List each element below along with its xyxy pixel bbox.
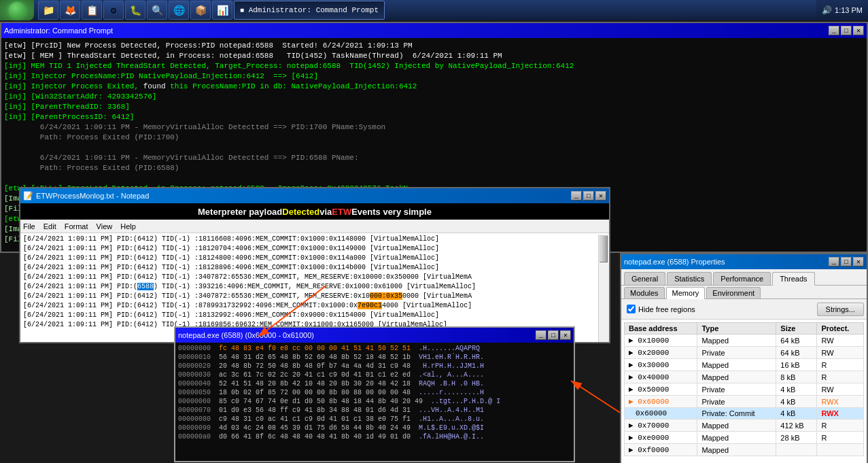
hex-maximize[interactable]: □ xyxy=(548,330,559,340)
cmd-line-2: [etw] [ MEM ] ThreadStart Detected, in P… xyxy=(4,51,864,61)
tab-statistics[interactable]: Statistics xyxy=(667,272,712,285)
notepad-log-minimize[interactable]: _ xyxy=(571,191,582,201)
taskbar-icon-6[interactable]: 🔍 xyxy=(147,1,167,20)
props-content: Base address Type Size Protect. ▶ 0x1000… xyxy=(621,320,867,463)
cmd-icon: ■ xyxy=(240,7,244,14)
taskbar-icons: 📁 🦊 📋 ⚙ 🐛 🔍 🌐 📦 📊 ■ Administrator: Comma… xyxy=(37,1,816,20)
hide-free-checkbox-row: Hide free regions xyxy=(624,302,698,316)
table-row[interactable]: ▶ 0x30000Mapped16 kBR xyxy=(625,359,864,371)
table-row[interactable]: ▶ 0xe0000Mapped28 kBR xyxy=(625,432,864,444)
props-window: notepad.exe (6588) Properties _ □ ✕ Gene… xyxy=(620,253,868,463)
table-row-selected[interactable]: 0x60000Private: Commit4 kBRWX xyxy=(625,408,864,419)
menu-file[interactable]: File xyxy=(23,222,35,230)
table-row[interactable]: ▶ 0x60000Private4 kBRWX xyxy=(625,396,864,408)
hex-line-5: 00000040 52 41 51 48 20 8b 42 10 48 20 8… xyxy=(178,379,571,388)
np-line-1: [6/24/2021 1:09:11 PM] PID:(6412) TID(-1… xyxy=(23,235,606,244)
np-line-3: [6/24/2021 1:09:11 PM] PID:(6412) TID(-1… xyxy=(23,254,606,263)
hex-dump-window: notepad.exe (6588) (0x60000 - 0x61000) _… xyxy=(174,326,575,462)
menu-view[interactable]: View xyxy=(97,222,113,230)
cmd-line-5: [inj] Injector Process Exited, found thi… xyxy=(4,82,864,92)
hex-minimize[interactable]: _ xyxy=(536,330,546,340)
notepad-log-maximize[interactable]: □ xyxy=(583,191,594,201)
props-maximize[interactable]: □ xyxy=(841,257,852,267)
subtab-environment[interactable]: Environment xyxy=(706,287,761,298)
tab-threads[interactable]: Threads xyxy=(772,272,814,286)
table-row[interactable]: ▶ 0x20000Private64 kBRW xyxy=(625,347,864,359)
props-minimize[interactable]: _ xyxy=(829,257,839,267)
cmd-line-13: Path: Process Exited (PID:6588) xyxy=(4,163,864,173)
cmd-title: Administrator: Command Prompt xyxy=(4,27,113,35)
taskbar-icon-7[interactable]: 🌐 xyxy=(169,1,189,20)
hex-close[interactable]: ✕ xyxy=(560,330,571,340)
cmd-line-14 xyxy=(4,173,864,184)
taskbar-icon-3[interactable]: 📋 xyxy=(82,1,102,20)
cmd-line-12: 6/24/2021 1:09:11 PM - MemoryVirtualAllo… xyxy=(4,153,864,163)
taskbar-cmd-item[interactable]: ■ Administrator: Command Prompt xyxy=(234,1,385,20)
taskbar-icon-9[interactable]: 📊 xyxy=(212,1,232,20)
taskbar-icon-2[interactable]: 🦊 xyxy=(60,1,80,20)
table-row[interactable]: ▶ 0x50000Private4 kBRW xyxy=(625,383,864,396)
props-toolbar: Hide free regions Strings... xyxy=(621,299,867,320)
banner-detected: Detected xyxy=(282,207,319,217)
np-line-6: [6/24/2021 1:09:11 PM] PID:(6588) TID(-1… xyxy=(23,282,606,292)
np-line-7: [6/24/2021 1:09:11 PM] PID:(6412) TID(-1… xyxy=(23,292,606,301)
hide-free-checkbox[interactable] xyxy=(627,305,636,313)
hex-buttons: _ □ ✕ xyxy=(536,330,571,340)
cmd-line-3: [inj] MEM TID 1 Injected ThreadStart Det… xyxy=(4,61,864,71)
hex-line-9: 00000080 c9 48 31 c0 ac 41 c1 c9 0d 41 0… xyxy=(178,415,571,424)
banner-etw: ETW xyxy=(332,207,351,217)
hide-free-label: Hide free regions xyxy=(638,305,695,313)
taskbar: 📁 🦊 📋 ⚙ 🐛 🔍 🌐 📦 📊 ■ Administrator: Comma… xyxy=(0,0,868,20)
props-tabs: General Statistics Performance Threads xyxy=(621,269,867,286)
notepad-content: [6/24/2021 1:09:11 PM] PID:(6412) TID(-1… xyxy=(20,233,609,341)
cmd-close-button[interactable]: ✕ xyxy=(853,26,864,35)
time-display: 1:13 PM xyxy=(835,6,863,14)
banner-text-2: via xyxy=(319,207,332,217)
hex-line-7: 00000060 85 c0 74 67 74 0e d1 d0 50 8b 4… xyxy=(178,397,571,406)
taskbar-right: 🔊 1:13 PM xyxy=(816,0,868,20)
taskbar-icon-4[interactable]: ⚙ xyxy=(103,1,124,20)
start-button[interactable] xyxy=(0,0,34,20)
np-line-9: [6/24/2021 1:09:11 PM] PID:(6412) TID(-1… xyxy=(23,311,606,320)
table-row[interactable]: ▶ 0xf0000Mapped xyxy=(625,444,864,456)
props-buttons: _ □ ✕ xyxy=(829,257,864,267)
props-titlebar: notepad.exe (6588) Properties _ □ ✕ xyxy=(621,254,867,269)
taskbar-icon-8[interactable]: 📦 xyxy=(190,1,211,20)
cmd-line-10: Path: Process Exited (PID:1700) xyxy=(4,133,864,143)
scrollbar-thumb[interactable] xyxy=(600,235,608,262)
subtab-memory[interactable]: Memory xyxy=(666,287,706,299)
notepad-scrollbar[interactable] xyxy=(598,235,609,342)
hex-line-11: 000000a0 d0 66 41 8f 6c 48 48 40 48 41 8… xyxy=(178,432,571,441)
menu-format[interactable]: Format xyxy=(65,222,88,230)
notepad-log-window: 📝 ETWProcessMonlog.txt - Notepad _ □ ✕ M… xyxy=(19,187,610,343)
tab-general[interactable]: General xyxy=(624,272,665,285)
cmd-line-7: [inj] [ParentThreadID: 3368] xyxy=(4,102,864,112)
cmd-line-9: 6/24/2021 1:09:11 PM - MemoryVirtualAllo… xyxy=(4,122,864,133)
col-protect: Protect. xyxy=(817,323,864,335)
col-base-address: Base address xyxy=(625,323,697,335)
props-close[interactable]: ✕ xyxy=(853,257,864,267)
hex-line-6: 00000050 18 0b 02 0f 85 72 00 00 00 8b 8… xyxy=(178,388,571,397)
cmd-titlebar: Administrator: Command Prompt _ □ ✕ xyxy=(1,23,867,38)
cmd-minimize-button[interactable]: _ xyxy=(829,26,839,35)
network-icon: 🔊 xyxy=(822,5,832,16)
memory-table: Base address Type Size Protect. ▶ 0x1000… xyxy=(624,322,864,456)
strings-button[interactable]: Strings... xyxy=(817,303,864,316)
hex-line-10: 00000090 4d 03 4c 24 08 45 39 d1 75 d6 5… xyxy=(178,424,571,432)
cmd-maximize-button[interactable]: □ xyxy=(841,26,852,35)
notepad-log-title-text: ETWProcessMonlog.txt - Notepad xyxy=(36,192,149,200)
table-row[interactable]: ▶ 0x40000Mapped8 kBR xyxy=(625,371,864,383)
menu-edit[interactable]: Edit xyxy=(44,222,56,230)
taskbar-icon-1[interactable]: 📁 xyxy=(38,1,58,20)
notepad-menubar: File Edit Format View Help xyxy=(20,220,609,233)
menu-help[interactable]: Help xyxy=(120,222,136,230)
table-row[interactable]: ▶ 0x10000Mapped64 kBRW xyxy=(625,335,864,347)
taskbar-icon-5[interactable]: 🐛 xyxy=(125,1,145,20)
notepad-log-close[interactable]: ✕ xyxy=(595,191,606,201)
cmd-line-4: [inj] Injector ProcesName:PID NativePayl… xyxy=(4,71,864,82)
cmd-window-buttons: _ □ ✕ xyxy=(829,26,864,35)
banner-text-3: Events very simple xyxy=(351,207,432,217)
tab-performance[interactable]: Performance xyxy=(713,272,771,285)
subtab-modules[interactable]: Modules xyxy=(624,287,665,298)
table-row[interactable]: ▶ 0x70000Mapped412 kBR xyxy=(625,419,864,432)
